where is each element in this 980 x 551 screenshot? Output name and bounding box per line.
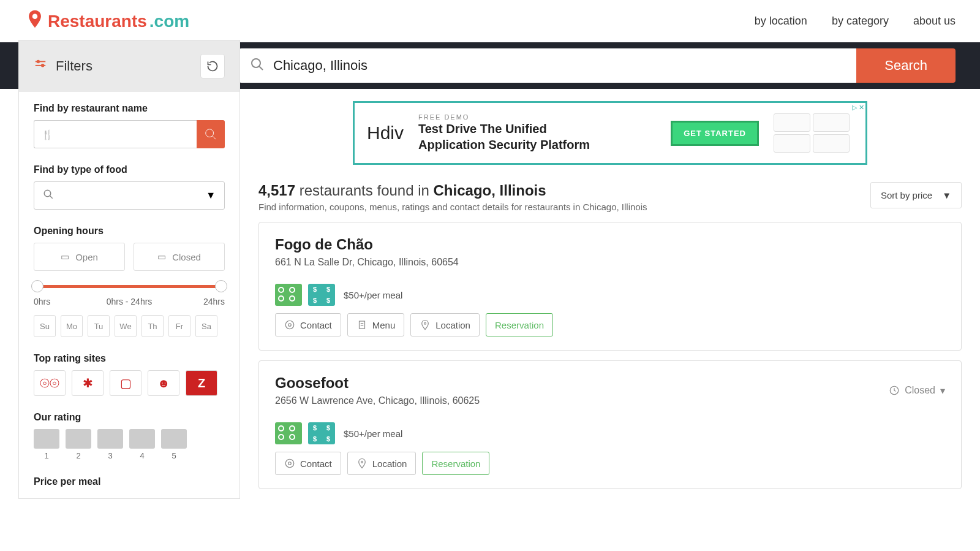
location-button[interactable]: Location [410,313,480,336]
contact-button[interactable]: Contact [275,452,341,475]
michelin-icon[interactable]: ☻ [148,370,179,396]
yelp-icon[interactable]: ✱ [72,370,104,396]
search-icon [250,57,265,74]
top-nav: by location by category about us [755,15,956,28]
slider-track [37,285,221,288]
hours-filter-label: Opening hours [34,226,225,237]
rating-4-button[interactable] [129,429,155,449]
nav-by-location[interactable]: by location [755,15,807,28]
pin-icon [420,319,431,330]
pin-icon [356,458,368,469]
tripadvisor-rating-badge [275,422,302,444]
ad-illustration [774,113,853,153]
contact-button[interactable]: Contact [275,313,341,336]
header: Restaurants.com by location by category … [0,0,980,42]
at-icon [284,319,295,330]
name-search-button[interactable] [197,120,225,148]
reservation-button[interactable]: Reservation [486,313,553,336]
ad-headline-1: Test Drive The Unified [418,121,656,137]
sliders-icon [34,58,47,75]
price-badge: $$$$ [308,284,335,306]
rating-2-button[interactable] [66,429,91,449]
svg-point-12 [288,324,292,327]
caret-down-icon: ▼ [206,190,216,201]
closed-filter-button[interactable]: ▭Closed [134,243,225,271]
svg-point-9 [44,190,51,197]
at-icon [284,458,295,469]
svg-point-18 [285,459,294,468]
svg-point-19 [288,462,292,465]
food-type-select[interactable]: ▼ [34,181,225,210]
svg-line-10 [50,196,53,199]
restaurant-card: Goosefoot 2656 W Lawrence Ave, Chicago, … [258,360,962,489]
restaurant-address: 2656 W Lawrence Ave, Chicago, Illinois, … [275,395,480,406]
price-text: $50+/per meal [344,428,402,439]
svg-point-1 [252,59,260,67]
location-button[interactable]: Location [347,452,417,475]
rating-5-button[interactable] [161,429,187,449]
clock-icon [889,385,900,396]
zomato-icon[interactable]: Z [186,370,217,396]
results-subtitle: Find information, coupons, menus, rating… [258,202,647,212]
slider-max-label: 24hrs [203,297,225,306]
day-we[interactable]: We [115,315,137,337]
reset-filters-button[interactable] [200,54,225,78]
search-icon [204,127,217,141]
foursquare-icon[interactable]: ▢ [110,370,141,396]
day-picker: Su Mo Tu We Th Fr Sa [34,315,225,337]
day-mo[interactable]: Mo [61,315,83,337]
ad-cta-button[interactable]: GET STARTED [671,121,759,146]
open-status[interactable]: Closed ▾ [889,374,945,406]
restaurant-card: Fogo de Chão 661 N La Salle Dr, Chicago,… [258,222,962,351]
restaurant-name-input[interactable] [34,120,197,148]
searchbar: Search [239,48,956,83]
restaurant-name[interactable]: Fogo de Chão [275,236,459,253]
hours-slider[interactable] [37,282,221,291]
name-filter-label: Find by restaurant name [34,103,225,114]
svg-point-11 [285,321,294,329]
day-tu[interactable]: Tu [88,315,110,337]
open-filter-button[interactable]: ▭Open [34,243,125,271]
our-rating-label: Our rating [34,412,225,423]
slider-range-label: 0hrs - 24hrs [107,297,153,306]
restaurant-name[interactable]: Goosefoot [275,374,480,392]
menu-icon [356,319,368,330]
open-sign-icon: ▭ [61,251,69,262]
price-filter-label: Price per meal [34,476,225,487]
rating-3-button[interactable] [97,429,123,449]
menu-button[interactable]: Menu [347,313,405,336]
svg-line-8 [213,136,216,140]
svg-point-0 [32,14,38,20]
tripadvisor-icon[interactable]: ⦾⦾ [34,370,66,396]
nav-by-category[interactable]: by category [832,15,889,28]
day-fr[interactable]: Fr [168,315,190,337]
location-search-input[interactable] [273,58,845,74]
day-su[interactable]: Su [34,315,56,337]
svg-point-20 [361,461,363,463]
ad-brand: Hdiv [367,123,404,143]
day-th[interactable]: Th [141,315,164,337]
tripadvisor-rating-badge [275,284,302,306]
results-area: ▷ ✕ Hdiv FREE DEMO Test Drive The Unifie… [240,89,980,548]
logo[interactable]: Restaurants.com [24,7,189,35]
sort-dropdown[interactable]: Sort by price▼ [870,182,962,208]
price-badge: $$$$ [308,422,335,444]
logo-text-main: Restaurants [48,12,147,31]
day-sa[interactable]: Sa [195,315,217,337]
search-input-wrap [239,48,856,83]
nav-about-us[interactable]: about us [913,15,956,28]
ad-banner[interactable]: ▷ ✕ Hdiv FREE DEMO Test Drive The Unifie… [353,101,867,165]
ad-subheading: FREE DEMO [418,113,656,121]
logo-text-suffix: .com [149,12,189,31]
filters-header: Filters [19,40,239,92]
slider-handle-max[interactable] [215,280,227,292]
ad-choices-icon[interactable]: ▷ ✕ [851,103,865,112]
search-button[interactable]: Search [856,48,956,83]
reservation-button[interactable]: Reservation [422,452,489,475]
type-filter-label: Find by type of food [34,164,225,175]
slider-handle-min[interactable] [31,280,43,292]
filters-title: Filters [56,58,92,74]
svg-rect-13 [359,321,364,329]
rating-1-button[interactable] [34,429,59,449]
ad-headline-2: Application Security Platform [418,137,656,153]
